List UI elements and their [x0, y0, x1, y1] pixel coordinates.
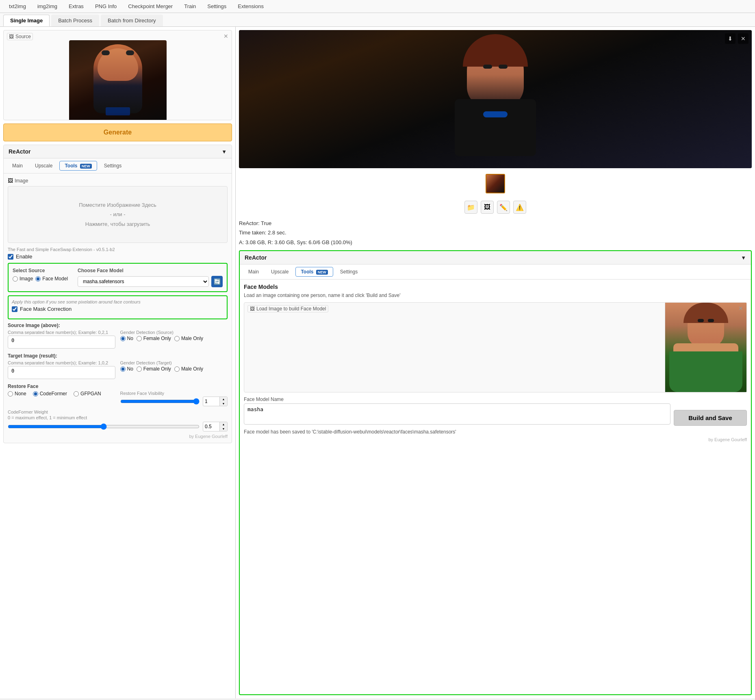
source-image-area[interactable] — [4, 30, 232, 120]
image-tool-btn[interactable]: 🖼 — [481, 201, 494, 214]
right-panel: ⬇ ✕ — [236, 27, 755, 698]
output-thumbnail[interactable] — [486, 174, 505, 193]
nav-item-settings[interactable]: Settings — [202, 0, 232, 13]
target-face-nums-label: Comma separated face number(s); Example:… — [8, 360, 115, 365]
source-two-col: Comma separated face number(s); Example:… — [8, 330, 228, 350]
reactor-tab-upscale-left[interactable]: Upscale — [30, 161, 58, 171]
output-actions: ⬇ ✕ — [725, 33, 748, 44]
info-tool-btn[interactable]: ⚠️ — [513, 201, 526, 214]
close-output-btn[interactable]: ✕ — [738, 33, 748, 44]
load-image-close-btn[interactable]: ✕ — [738, 305, 743, 312]
source-image-section-label: Source Image (above): — [8, 323, 228, 328]
source-face-model-radio-label[interactable]: Face Model — [35, 276, 68, 282]
restore-gfpgan-radio[interactable] — [74, 391, 79, 397]
collapse-icon-left: ▼ — [221, 149, 227, 155]
left-panel: 🖼 Source ✕ Generate ReAc — [0, 27, 236, 698]
gender-target-no-label[interactable]: No — [120, 366, 133, 372]
codeformer-weight-input[interactable] — [203, 423, 219, 431]
nav-item-txt2img[interactable]: txt2img — [3, 0, 32, 13]
reactor-tab-tools-left[interactable]: Tools NEW — [59, 161, 97, 171]
refresh-face-model-btn[interactable]: 🔄 — [211, 276, 223, 287]
tab-bar: (function(){ const data = JSON.parse(doc… — [0, 13, 755, 27]
face-mask-box: Apply this option if you see some pixela… — [8, 295, 228, 319]
image-upload-area-left[interactable]: Поместите Изображение Здесь - или - Нажм… — [8, 186, 228, 243]
enable-checkbox[interactable] — [8, 254, 13, 260]
top-nav: (function(){ const data = JSON.parse(doc… — [0, 0, 755, 13]
nav-item-checkpoint-merger[interactable]: Checkpoint Merger — [122, 0, 178, 13]
tab-batch-from-directory[interactable]: Batch from Directory — [101, 15, 163, 26]
generate-button[interactable]: Generate — [3, 124, 232, 141]
tools-badge-left: NEW — [80, 164, 92, 169]
reactor-header-left[interactable]: ReActor ▼ — [4, 145, 232, 158]
source-image-radio-label[interactable]: Image — [13, 276, 33, 282]
restore-visibility-slider[interactable] — [120, 398, 200, 405]
tab-batch-process[interactable]: Batch Process — [51, 15, 99, 26]
restore-visibility-col: Restore Face Visibility ▲ ▼ — [120, 391, 228, 406]
restore-visibility-spin-up[interactable]: ▲ — [220, 397, 227, 401]
face-models-desc: Load an image containing one person, nam… — [244, 293, 747, 298]
nav-item-extras[interactable]: Extras — [63, 0, 89, 13]
reactor-tab-settings-left[interactable]: Settings — [99, 161, 127, 171]
source-image-radio[interactable] — [13, 276, 18, 282]
reactor-right-content: Face Models Load an image containing one… — [240, 280, 751, 694]
restore-none-radio[interactable] — [8, 391, 13, 397]
codeformer-weight-spin-down[interactable]: ▼ — [220, 427, 227, 431]
gender-source-male-label[interactable]: Male Only — [174, 336, 203, 341]
face-model-name-input[interactable]: masha — [244, 403, 670, 425]
reactor-tab-main-right[interactable]: Main — [243, 267, 264, 277]
restore-face-row: None CodeFormer GFPGAN — [8, 391, 115, 397]
reactor-header-right[interactable]: ReActor ▼ — [240, 251, 751, 264]
codeformer-weight-input-box: ▲ ▼ — [203, 422, 228, 431]
gender-source-no-radio[interactable] — [120, 336, 126, 341]
gender-source-no-label[interactable]: No — [120, 336, 133, 341]
load-image-drop-area[interactable] — [244, 303, 665, 392]
gender-target-female-radio[interactable] — [137, 366, 142, 372]
restore-codeformer-radio[interactable] — [33, 391, 38, 397]
reactor-tab-settings-right[interactable]: Settings — [335, 267, 363, 277]
face-mask-checkbox[interactable] — [12, 306, 17, 312]
download-btn[interactable]: ⬇ — [725, 33, 735, 44]
gender-target-no-radio[interactable] — [120, 366, 126, 372]
restore-visibility-row: ▲ ▼ — [120, 397, 228, 406]
gender-source-male-radio[interactable] — [174, 336, 180, 341]
restore-visibility-spin-down[interactable]: ▼ — [220, 401, 227, 406]
restore-none-label[interactable]: None — [8, 391, 26, 397]
restore-codeformer-label[interactable]: CodeFormer — [33, 391, 67, 397]
reactor-panel-right: ReActor ▼ Main Upscale Tools NEW Setting… — [239, 250, 752, 695]
gender-target-male-label[interactable]: Male Only — [174, 366, 203, 372]
build-save-btn[interactable]: Build and Save — [674, 410, 747, 426]
folder-tool-btn[interactable]: 📁 — [464, 201, 477, 214]
tab-single-image[interactable]: Single Image — [3, 15, 50, 26]
source-face-model-radio[interactable] — [35, 276, 41, 282]
source-close-btn[interactable]: ✕ — [223, 33, 228, 39]
reactor-tabs-right: Main Upscale Tools NEW Settings — [240, 264, 751, 280]
load-image-area: 🖼 Load Image to build Face Model ✕ — [244, 302, 747, 392]
gender-target-female-label[interactable]: Female Only — [137, 366, 171, 372]
thumbnail-row — [239, 171, 752, 196]
codeformer-weight-slider[interactable] — [8, 423, 200, 430]
memory-text: A: 3.08 GB, R: 3.60 GB, Sys: 6.0/6 GB (1… — [239, 238, 752, 247]
reactor-panel-left: ReActor ▼ Main Upscale Tools NEW Setting… — [3, 145, 232, 443]
nav-item-extensions[interactable]: Extensions — [232, 0, 269, 13]
restore-visibility-input[interactable] — [203, 397, 219, 405]
nav-item-png-info[interactable]: PNG Info — [89, 0, 122, 13]
face-model-select[interactable]: masha.safetensors — [78, 276, 209, 287]
reactor-tab-upscale-right[interactable]: Upscale — [266, 267, 294, 277]
gender-target-male-radio[interactable] — [174, 366, 180, 372]
by-label-left: by Eugene Gourleff — [8, 434, 228, 439]
edit-tool-btn[interactable]: ✏️ — [497, 201, 510, 214]
nav-item-img2img[interactable]: img2img — [32, 0, 63, 13]
image-icon: 🖼 — [9, 34, 14, 39]
codeformer-weight-hint: 0 = maximum effect, 1 = minimum effect — [8, 415, 228, 420]
gender-source-female-label[interactable]: Female Only — [137, 336, 171, 341]
restore-two-col: None CodeFormer GFPGAN — [8, 391, 228, 406]
select-source-label: Select Source — [13, 268, 68, 273]
restore-gfpgan-label[interactable]: GFPGAN — [74, 391, 101, 397]
target-face-nums-input[interactable]: 0 — [8, 366, 115, 379]
nav-item-train[interactable]: Train — [178, 0, 202, 13]
reactor-tab-tools-right[interactable]: Tools NEW — [295, 267, 333, 277]
gender-source-female-radio[interactable] — [137, 336, 142, 341]
source-face-nums-input[interactable]: 0 — [8, 336, 115, 349]
codeformer-weight-spin-up[interactable]: ▲ — [220, 422, 227, 427]
reactor-tab-main-left[interactable]: Main — [7, 161, 28, 171]
